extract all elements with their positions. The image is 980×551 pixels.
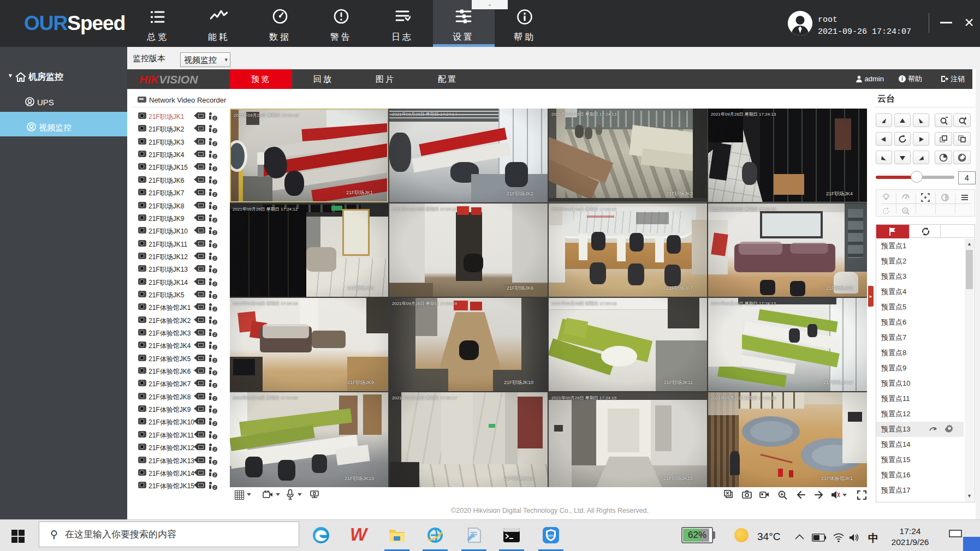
svg-text:i: i — [901, 76, 903, 82]
svg-text:WIN: WIN — [548, 534, 554, 537]
svg-text:30: 30 — [903, 209, 907, 213]
